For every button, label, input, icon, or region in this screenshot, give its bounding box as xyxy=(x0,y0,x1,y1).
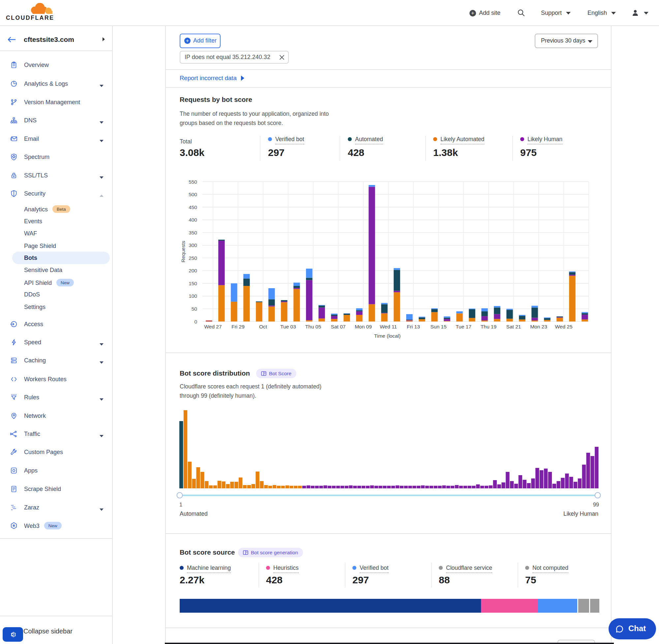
svg-text:350: 350 xyxy=(189,230,197,235)
svg-text:Fri 13: Fri 13 xyxy=(407,324,420,329)
svg-text:250: 250 xyxy=(189,255,197,261)
svg-text:Tue 03: Tue 03 xyxy=(280,324,296,329)
svg-text:Sat 21: Sat 21 xyxy=(507,324,521,329)
svg-text:Requests: Requests xyxy=(180,241,186,262)
svg-text:50: 50 xyxy=(191,306,197,312)
svg-text:Time (local): Time (local) xyxy=(374,333,401,339)
svg-text:400: 400 xyxy=(189,217,197,223)
svg-text:Fri 29: Fri 29 xyxy=(231,324,244,329)
svg-text:450: 450 xyxy=(189,204,197,210)
svg-text:Sat 07: Sat 07 xyxy=(331,324,346,329)
svg-text:550: 550 xyxy=(189,179,197,185)
svg-text:200: 200 xyxy=(189,268,197,273)
svg-text:Mon 09: Mon 09 xyxy=(355,324,372,329)
svg-text:Oct: Oct xyxy=(259,324,267,329)
svg-text:100: 100 xyxy=(189,293,197,299)
svg-text:Mon 23: Mon 23 xyxy=(530,324,547,329)
svg-text:Wed 27: Wed 27 xyxy=(204,324,221,329)
svg-text:Wed 25: Wed 25 xyxy=(555,324,572,329)
svg-text:150: 150 xyxy=(189,281,197,286)
svg-text:Tue 17: Tue 17 xyxy=(455,324,471,329)
svg-text:Wed 11: Wed 11 xyxy=(380,324,397,329)
svg-text:0: 0 xyxy=(194,319,197,324)
svg-text:Thu 05: Thu 05 xyxy=(305,324,321,329)
svg-text:500: 500 xyxy=(189,191,197,197)
svg-text:300: 300 xyxy=(189,243,197,248)
svg-text:Sun 15: Sun 15 xyxy=(430,324,446,329)
svg-text:Thu 19: Thu 19 xyxy=(481,324,496,329)
